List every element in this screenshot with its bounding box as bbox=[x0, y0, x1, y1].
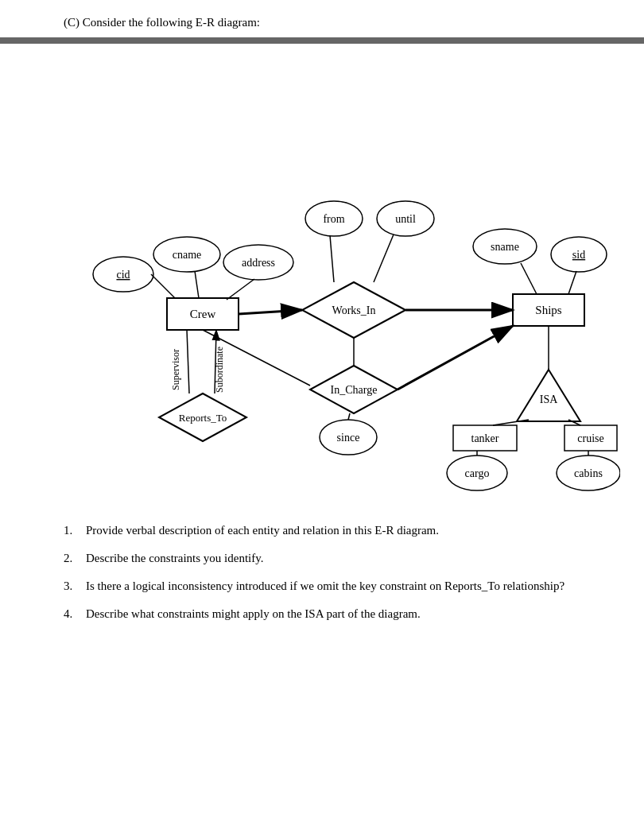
svg-line-53 bbox=[348, 413, 350, 420]
question-4-text: Describe what constraints might apply on… bbox=[86, 607, 421, 621]
svg-text:Crew: Crew bbox=[190, 308, 216, 320]
svg-text:address: address bbox=[242, 257, 275, 269]
svg-line-43 bbox=[521, 263, 537, 294]
question-1: 1. Provide verbal description of each en… bbox=[64, 524, 596, 537]
svg-text:from: from bbox=[323, 213, 344, 225]
svg-line-56 bbox=[493, 420, 529, 425]
svg-line-38 bbox=[151, 274, 175, 298]
svg-text:tanker: tanker bbox=[471, 432, 499, 444]
svg-text:cruise: cruise bbox=[577, 432, 603, 444]
question-3: 3. Is there a logical inconsistency intr… bbox=[64, 579, 596, 593]
svg-text:Subordinate: Subordinate bbox=[214, 347, 225, 393]
svg-text:cid: cid bbox=[116, 269, 130, 281]
er-diagram-svg: cid cname address from until sname sid s… bbox=[64, 60, 620, 505]
svg-text:In_Charge: In_Charge bbox=[331, 384, 378, 396]
question-2-text: Describe the constraints you identify. bbox=[86, 552, 264, 565]
svg-line-47 bbox=[187, 330, 189, 393]
svg-line-52 bbox=[398, 326, 513, 390]
svg-line-45 bbox=[239, 310, 302, 314]
svg-text:Works_In: Works_In bbox=[332, 304, 376, 316]
svg-text:since: since bbox=[337, 432, 360, 444]
svg-text:sid: sid bbox=[572, 249, 585, 261]
svg-text:Ships: Ships bbox=[535, 304, 562, 316]
question-2: 2. Describe the constraints you identify… bbox=[64, 552, 596, 565]
question-4: 4. Describe what constraints might apply… bbox=[64, 607, 596, 621]
question-4-num: 4. bbox=[64, 607, 80, 621]
header-text: (C) Consider the following E-R diagram: bbox=[64, 16, 596, 29]
page: (C) Consider the following E-R diagram: … bbox=[0, 0, 644, 667]
questions-section: 1. Provide verbal description of each en… bbox=[64, 524, 596, 621]
question-1-text: Provide verbal description of each entit… bbox=[86, 524, 439, 537]
question-3-text: Is there a logical inconsistency introdu… bbox=[86, 579, 564, 593]
divider bbox=[0, 37, 644, 44]
er-diagram: cid cname address from until sname sid s… bbox=[64, 60, 596, 508]
question-1-num: 1. bbox=[64, 524, 80, 537]
svg-text:cabins: cabins bbox=[574, 467, 603, 479]
question-3-num: 3. bbox=[64, 579, 80, 593]
svg-text:cargo: cargo bbox=[465, 467, 490, 479]
svg-text:ISA: ISA bbox=[540, 393, 558, 405]
svg-line-40 bbox=[227, 279, 254, 300]
svg-line-44 bbox=[568, 271, 576, 294]
svg-text:cname: cname bbox=[173, 249, 202, 261]
question-2-num: 2. bbox=[64, 552, 80, 565]
svg-text:Reports_To: Reports_To bbox=[179, 412, 227, 424]
svg-line-39 bbox=[195, 271, 199, 298]
svg-line-42 bbox=[374, 235, 394, 282]
svg-text:Supervisor: Supervisor bbox=[170, 349, 181, 390]
svg-text:until: until bbox=[395, 213, 416, 225]
svg-line-41 bbox=[330, 235, 334, 282]
svg-text:sname: sname bbox=[491, 241, 519, 253]
